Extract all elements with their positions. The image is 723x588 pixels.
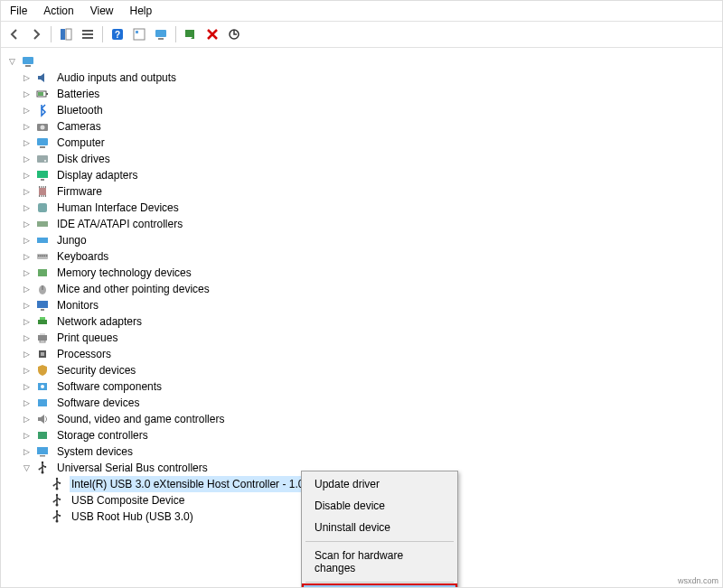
expand-icon[interactable]: ▷ bbox=[21, 332, 32, 343]
expand-icon[interactable]: ▷ bbox=[21, 365, 32, 376]
device-tree[interactable]: ▽ ▷Audio inputs and outputs▷Batteries▷Bl… bbox=[1, 48, 722, 587]
expand-icon[interactable]: ▷ bbox=[21, 284, 32, 294]
ctx-scan-hardware[interactable]: Scan for hardware changes bbox=[304, 545, 455, 579]
expand-icon[interactable]: ▷ bbox=[21, 316, 32, 327]
open-devmgr-button[interactable] bbox=[151, 24, 171, 44]
tree-item[interactable]: ▷Storage controllers bbox=[21, 427, 720, 443]
expand-icon[interactable]: ▷ bbox=[21, 267, 32, 278]
ctx-uninstall-device[interactable]: Uninstall device bbox=[304, 517, 455, 538]
expand-icon[interactable]: ▷ bbox=[21, 414, 32, 425]
ctx-disable-device[interactable]: Disable device bbox=[304, 495, 455, 517]
menu-help[interactable]: Help bbox=[123, 3, 160, 19]
tree-item[interactable]: ▷System devices bbox=[21, 443, 720, 460]
svg-rect-42 bbox=[44, 256, 46, 257]
svg-rect-16 bbox=[46, 93, 48, 95]
tree-item[interactable]: ▷Batteries bbox=[21, 86, 720, 102]
svg-rect-68 bbox=[59, 482, 61, 484]
expand-icon[interactable]: ▷ bbox=[21, 251, 32, 262]
tree-item[interactable]: ▷Audio inputs and outputs bbox=[21, 70, 720, 86]
tree-item-label: Security devices bbox=[55, 362, 137, 378]
svg-rect-13 bbox=[23, 57, 33, 64]
tree-item[interactable]: ▷Keyboards bbox=[21, 248, 720, 265]
properties-button[interactable] bbox=[129, 24, 149, 44]
tree-item[interactable]: ▷Mice and other pointing devices bbox=[21, 281, 720, 297]
expand-icon[interactable]: ▷ bbox=[21, 349, 32, 359]
usb-icon bbox=[35, 461, 50, 475]
list-view-button[interactable] bbox=[78, 24, 98, 44]
svg-rect-0 bbox=[61, 29, 65, 40]
tree-item-label: Batteries bbox=[55, 86, 101, 102]
highlight-box: Properties bbox=[302, 583, 457, 587]
svg-point-66 bbox=[56, 488, 59, 490]
expand-icon[interactable]: ▷ bbox=[21, 72, 32, 83]
svg-rect-31 bbox=[43, 186, 44, 188]
expand-icon[interactable]: ▷ bbox=[21, 219, 32, 229]
expand-icon[interactable]: ▷ bbox=[21, 137, 32, 148]
computer-icon bbox=[21, 54, 35, 69]
disk-icon bbox=[35, 152, 50, 166]
ctx-properties[interactable]: Properties bbox=[304, 585, 455, 587]
update-driver-button[interactable] bbox=[224, 24, 244, 44]
expand-icon[interactable]: ▷ bbox=[21, 154, 32, 164]
separator bbox=[305, 541, 454, 542]
expand-icon[interactable]: ▷ bbox=[21, 170, 32, 181]
expand-icon[interactable]: ▷ bbox=[21, 381, 32, 392]
tree-item[interactable]: ▷Firmware bbox=[21, 183, 720, 200]
svg-text:?: ? bbox=[115, 30, 120, 40]
collapse-icon[interactable]: ▽ bbox=[6, 56, 17, 67]
back-button[interactable] bbox=[5, 24, 24, 44]
svg-rect-40 bbox=[40, 256, 42, 257]
tree-item[interactable]: ▷Software devices bbox=[21, 395, 720, 411]
tree-item[interactable]: ▷Security devices bbox=[21, 362, 720, 378]
mouse-icon bbox=[35, 282, 50, 296]
tree-item[interactable]: ▷Monitors bbox=[21, 297, 720, 313]
tree-item-label: Memory technology devices bbox=[55, 265, 193, 281]
forward-button[interactable] bbox=[26, 24, 46, 44]
uninstall-button[interactable] bbox=[202, 24, 222, 44]
tree-item[interactable]: ▷Memory technology devices bbox=[21, 265, 720, 281]
expand-icon[interactable]: ▷ bbox=[21, 300, 32, 311]
expand-icon[interactable]: ▷ bbox=[21, 105, 32, 116]
ctx-update-driver[interactable]: Update driver bbox=[304, 473, 455, 495]
expand-icon[interactable]: ▷ bbox=[21, 202, 32, 213]
tree-item[interactable]: ▷Network adapters bbox=[21, 313, 720, 330]
expand-icon[interactable]: ▷ bbox=[21, 121, 32, 132]
expand-icon[interactable]: ▷ bbox=[21, 235, 32, 246]
svg-rect-14 bbox=[25, 65, 31, 67]
expand-icon[interactable]: ▷ bbox=[21, 397, 32, 408]
menu-view[interactable]: View bbox=[83, 3, 121, 19]
tree-item[interactable]: ▷Computer bbox=[21, 135, 720, 151]
show-hide-button[interactable] bbox=[56, 24, 76, 44]
tree-item[interactable]: ▷Cameras bbox=[21, 118, 720, 135]
root-computer-node[interactable]: ▽ bbox=[6, 53, 720, 70]
expand-icon[interactable]: ▷ bbox=[21, 430, 32, 441]
svg-rect-3 bbox=[82, 33, 93, 35]
tree-item[interactable]: ▷Display adapters bbox=[21, 167, 720, 183]
jungo-icon bbox=[35, 233, 50, 247]
tree-item[interactable]: ▷Bluetooth bbox=[21, 102, 720, 118]
tree-item[interactable]: ▷Print queues bbox=[21, 330, 720, 346]
tree-item[interactable]: ▷Sound, video and game controllers bbox=[21, 411, 720, 427]
toolbar: ? bbox=[1, 22, 722, 48]
scan-hardware-button[interactable] bbox=[181, 24, 201, 44]
expand-icon[interactable]: ▷ bbox=[21, 446, 32, 457]
svg-rect-27 bbox=[39, 186, 40, 188]
menu-action[interactable]: Action bbox=[36, 3, 80, 19]
expand-icon[interactable]: ▷ bbox=[21, 89, 32, 99]
tree-item[interactable]: ▷Software components bbox=[21, 378, 720, 395]
collapse-icon[interactable]: ▽ bbox=[21, 462, 32, 473]
help-button[interactable]: ? bbox=[108, 24, 127, 44]
ide-icon bbox=[35, 217, 50, 231]
tree-item[interactable]: ▷Processors bbox=[21, 346, 720, 362]
tree-item-label: Display adapters bbox=[55, 167, 139, 183]
tree-item-label: Mice and other pointing devices bbox=[55, 281, 211, 297]
expand-icon[interactable]: ▷ bbox=[21, 186, 32, 197]
menu-file[interactable]: File bbox=[3, 3, 34, 19]
tree-item[interactable]: ▷IDE ATA/ATAPI controllers bbox=[21, 216, 720, 232]
tree-item[interactable]: ▷Jungo bbox=[21, 232, 720, 248]
tree-item[interactable]: ▷Disk drives bbox=[21, 151, 720, 167]
svg-rect-20 bbox=[37, 138, 48, 145]
network-icon bbox=[35, 314, 50, 329]
svg-rect-50 bbox=[40, 317, 45, 320]
tree-item[interactable]: ▷Human Interface Devices bbox=[21, 200, 720, 216]
